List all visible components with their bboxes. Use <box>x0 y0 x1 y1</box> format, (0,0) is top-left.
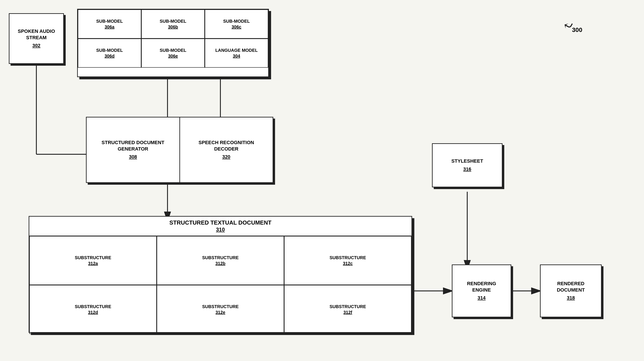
submodel-306a: SUB-MODEL 306a <box>78 10 141 38</box>
structured-doc-gen-box: STRUCTURED DOCUMENTGENERATOR 308 <box>86 118 180 182</box>
rendering-engine-box: RENDERINGENGINE 314 <box>452 264 511 317</box>
structured-doc-speech-container: STRUCTURED DOCUMENTGENERATOR 308 SPEECH … <box>86 117 273 183</box>
speech-recognition-box: SPEECH RECOGNITIONDECODER 320 <box>180 118 273 182</box>
structured-textual-title: STRUCTURED TEXTUAL DOCUMENT 310 <box>29 217 412 236</box>
ref-300-label: 300 <box>572 26 582 34</box>
submodels-container: SUB-MODEL 306a SUB-MODEL 306b SUB-MODEL … <box>77 9 269 77</box>
ref-300-text: 300 <box>572 26 582 33</box>
submodel-306e: SUB-MODEL 306e <box>141 38 205 68</box>
language-model-304: LANGUAGE MODEL 304 <box>205 38 268 68</box>
rendered-document-box: RENDEREDDOCUMENT 318 <box>540 264 602 317</box>
diagram: 300 ⤶ SPOKEN AUDIOSTREAM 302 SUB-MODEL 3… <box>0 0 644 361</box>
substructure-312c: SUBSTRUCTURE 312c <box>284 236 412 285</box>
substructure-312e: SUBSTRUCTURE 312e <box>157 285 284 334</box>
structured-textual-container: STRUCTURED TEXTUAL DOCUMENT 310 SUBSTRUC… <box>29 216 412 333</box>
substructure-312b: SUBSTRUCTURE 312b <box>157 236 284 285</box>
submodel-306d: SUB-MODEL 306d <box>78 38 141 68</box>
spoken-audio-ref: 302 <box>32 42 40 49</box>
submodel-306b: SUB-MODEL 306b <box>141 10 205 38</box>
substructure-312d: SUBSTRUCTURE 312d <box>29 285 157 334</box>
stylesheet-box: STYLESHEET 316 <box>432 143 502 187</box>
submodels-grid: SUB-MODEL 306a SUB-MODEL 306b SUB-MODEL … <box>78 10 268 68</box>
spoken-audio-label: SPOKEN AUDIOSTREAM <box>18 28 55 41</box>
structured-textual-grid: SUBSTRUCTURE 312a SUBSTRUCTURE 312b SUBS… <box>29 236 412 334</box>
substructure-312a: SUBSTRUCTURE 312a <box>29 236 157 285</box>
spoken-audio-box: SPOKEN AUDIOSTREAM 302 <box>9 13 64 64</box>
submodel-306c: SUB-MODEL 306c <box>205 10 268 38</box>
substructure-312f: SUBSTRUCTURE 312f <box>284 285 412 334</box>
